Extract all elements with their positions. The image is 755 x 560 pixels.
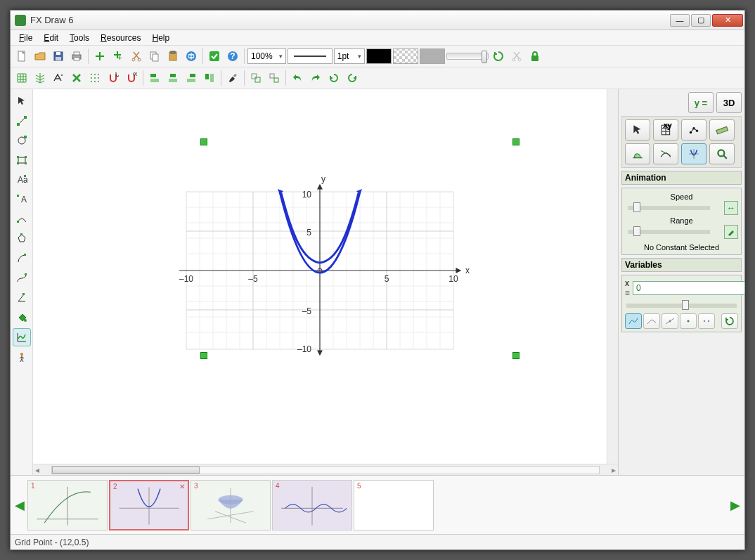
lock-icon[interactable] xyxy=(527,48,543,65)
add-button[interactable] xyxy=(91,48,108,65)
y-equals-button[interactable]: y = xyxy=(688,92,714,113)
menu-help[interactable]: Help xyxy=(146,32,175,44)
points-mode-icon[interactable] xyxy=(681,119,706,141)
align-right-icon[interactable] xyxy=(183,70,200,86)
rect-tool[interactable] xyxy=(13,151,31,169)
svg-point-23 xyxy=(94,74,96,75)
align-center-icon[interactable] xyxy=(164,70,181,86)
edit-range-icon[interactable] xyxy=(724,225,738,239)
ruler-mode-icon[interactable] xyxy=(709,119,735,141)
thumb-1[interactable]: 1 xyxy=(27,480,108,530)
cut-button[interactable] xyxy=(128,48,145,65)
pattern-swatch[interactable] xyxy=(393,48,418,64)
minimize-button[interactable]: — xyxy=(670,14,690,27)
thumb-prev-button[interactable]: ◀ xyxy=(13,484,26,526)
circle-tool[interactable] xyxy=(13,131,31,150)
var-mode-4-icon[interactable] xyxy=(680,313,697,329)
var-mode-3-icon[interactable] xyxy=(662,313,678,329)
three-d-button[interactable]: 3D xyxy=(716,92,742,113)
label-tool[interactable]: A xyxy=(13,190,31,209)
dots-grid-icon[interactable] xyxy=(86,70,103,86)
speed-slider[interactable] xyxy=(628,206,710,210)
graph-tool[interactable] xyxy=(13,328,31,346)
text-tool[interactable]: Aa xyxy=(13,171,31,189)
grid-icon[interactable] xyxy=(13,70,30,86)
menu-edit[interactable]: Edit xyxy=(38,32,64,44)
thumb-3[interactable]: 3 xyxy=(191,480,271,530)
ungroup-icon[interactable] xyxy=(266,70,283,86)
horizontal-scrollbar[interactable]: ◂ ▸ xyxy=(33,464,618,475)
redo-icon[interactable] xyxy=(307,70,324,86)
polygon-tool[interactable] xyxy=(13,230,31,248)
delete-icon[interactable] xyxy=(68,70,85,86)
link-button[interactable] xyxy=(183,48,200,65)
svg-rect-48 xyxy=(24,116,27,119)
maximize-button[interactable]: ▢ xyxy=(691,14,711,27)
copy-button[interactable] xyxy=(146,48,163,65)
integral-mode-icon[interactable] xyxy=(625,143,650,164)
thumb-2[interactable]: 2✕ xyxy=(109,480,189,530)
function-mode-icon[interactable] xyxy=(681,143,706,164)
close-button[interactable]: ✕ xyxy=(712,14,743,27)
fill-tool[interactable] xyxy=(13,308,31,327)
stroke-color-swatch[interactable] xyxy=(366,48,392,64)
selection-handle-br[interactable] xyxy=(512,352,520,359)
animation-panel: Speed ↔ Range No Constant Selected xyxy=(621,188,742,255)
thumb-5[interactable]: 5 xyxy=(354,480,434,530)
thumb-4[interactable]: 4 xyxy=(272,480,352,530)
var-mode-2-icon[interactable] xyxy=(643,313,660,329)
text-snap-icon[interactable] xyxy=(50,70,67,86)
selection-handle-tr[interactable] xyxy=(512,138,520,145)
rotate-right-icon[interactable] xyxy=(344,70,361,86)
vertical-scrollbar[interactable] xyxy=(607,89,618,464)
isometric-grid-icon[interactable] xyxy=(32,70,49,86)
bezier-tool[interactable] xyxy=(13,269,31,287)
paste-button[interactable] xyxy=(164,48,181,65)
align-left-icon[interactable] xyxy=(146,70,163,86)
add-multi-button[interactable] xyxy=(110,48,127,65)
menu-file[interactable]: File xyxy=(13,32,38,44)
group-icon[interactable] xyxy=(247,70,264,86)
table-mode-icon[interactable]: xy xyxy=(653,119,678,141)
check-button[interactable] xyxy=(206,48,223,65)
magnet-inf-icon[interactable]: ∞ xyxy=(123,70,140,86)
line-style-combo[interactable] xyxy=(288,48,333,64)
align-top-icon[interactable] xyxy=(201,70,218,86)
var-mode-1-icon[interactable] xyxy=(625,313,642,329)
variable-slider[interactable] xyxy=(626,304,737,308)
menubar: File Edit Tools Resources Help xyxy=(11,30,744,46)
person-tool[interactable] xyxy=(13,348,31,366)
brush-icon[interactable] xyxy=(224,70,241,86)
canvas[interactable]: –10–5 510 105 –5–10 x y xyxy=(33,89,607,464)
line-width-combo[interactable]: 1pt xyxy=(334,48,365,64)
opacity-slider[interactable] xyxy=(446,53,489,60)
zoom-mode-icon[interactable] xyxy=(709,143,735,164)
arc-tool[interactable] xyxy=(13,249,31,268)
variable-input[interactable] xyxy=(633,281,745,295)
new-button[interactable] xyxy=(13,48,30,65)
save-button[interactable] xyxy=(50,48,67,65)
pointer-mode-icon[interactable] xyxy=(625,119,650,141)
thumb-next-button[interactable]: ▶ xyxy=(729,484,742,526)
help-button[interactable]: ? xyxy=(224,48,241,65)
range-slider[interactable] xyxy=(628,230,710,234)
curve-tool[interactable] xyxy=(13,210,31,228)
angle-tool[interactable] xyxy=(13,289,31,307)
tangent-mode-icon[interactable] xyxy=(653,143,678,164)
var-mode-5-icon[interactable] xyxy=(698,313,715,329)
selection-handle-tl[interactable] xyxy=(200,138,207,145)
menu-tools[interactable]: Tools xyxy=(64,32,95,44)
recycle-icon[interactable] xyxy=(490,48,507,65)
zoom-combo[interactable]: 100% xyxy=(247,48,286,64)
open-button[interactable] xyxy=(32,48,49,65)
loop-icon[interactable]: ↔ xyxy=(724,201,738,215)
fill-color-swatch[interactable] xyxy=(420,48,445,64)
line-tool[interactable] xyxy=(13,112,31,130)
magnet-0-icon[interactable]: 0 xyxy=(105,70,122,86)
pointer-tool[interactable] xyxy=(13,92,31,110)
print-button[interactable] xyxy=(68,48,85,65)
rotate-left-icon[interactable] xyxy=(325,70,342,86)
menu-resources[interactable]: Resources xyxy=(95,32,146,44)
refresh-variable-icon[interactable] xyxy=(721,313,738,329)
undo-icon[interactable] xyxy=(289,70,306,86)
